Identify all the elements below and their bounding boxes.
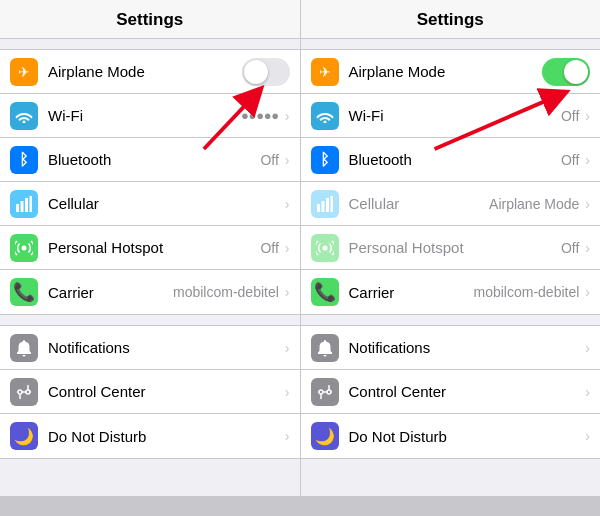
right-cellular-value: Airplane Mode bbox=[489, 196, 579, 212]
left-cellular-label: Cellular bbox=[48, 195, 283, 212]
right-wifi-chevron: › bbox=[585, 108, 590, 124]
right-donotdisturb-row[interactable]: 🌙 Do Not Disturb › bbox=[301, 414, 601, 458]
right-notifications-row[interactable]: Notifications › bbox=[301, 326, 601, 370]
bluetooth-icon-right: ᛒ bbox=[311, 146, 339, 174]
cellular-icon-left bbox=[10, 190, 38, 218]
right-settings-title: Settings bbox=[417, 10, 484, 29]
left-wifi-value: ●●●●● bbox=[241, 108, 279, 123]
right-carrier-label: Carrier bbox=[349, 284, 474, 301]
svg-rect-2 bbox=[25, 198, 28, 212]
svg-rect-0 bbox=[16, 204, 19, 212]
left-notifications-row[interactable]: Notifications › bbox=[0, 326, 300, 370]
left-donotdisturb-chevron: › bbox=[285, 428, 290, 444]
donotdisturb-icon-right: 🌙 bbox=[311, 422, 339, 450]
right-controlcenter-chevron: › bbox=[585, 384, 590, 400]
right-panel-header: Settings bbox=[301, 0, 601, 39]
airplane-toggle-left[interactable] bbox=[242, 58, 290, 86]
left-hotspot-value: Off bbox=[260, 240, 278, 256]
left-airplane-mode-row[interactable]: ✈ Airplane Mode bbox=[0, 50, 300, 94]
bottom-bar bbox=[0, 496, 600, 516]
left-donotdisturb-label: Do Not Disturb bbox=[48, 428, 283, 445]
right-carrier-row[interactable]: 📞 Carrier mobilcom-debitel › bbox=[301, 270, 601, 314]
svg-point-6 bbox=[26, 390, 30, 394]
left-carrier-row[interactable]: 📞 Carrier mobilcom-debitel › bbox=[0, 270, 300, 314]
left-bluetooth-value: Off bbox=[260, 152, 278, 168]
carrier-icon-left: 📞 bbox=[10, 278, 38, 306]
bluetooth-icon-left: ᛒ bbox=[10, 146, 38, 174]
right-hotspot-label: Personal Hotspot bbox=[349, 239, 561, 256]
airplane-mode-icon-left: ✈ bbox=[10, 58, 38, 86]
left-controlcenter-chevron: › bbox=[285, 384, 290, 400]
hotspot-icon-left bbox=[10, 234, 38, 262]
left-group2: Notifications › Control Center bbox=[0, 325, 300, 459]
donotdisturb-icon-left: 🌙 bbox=[10, 422, 38, 450]
left-settings-title: Settings bbox=[116, 10, 183, 29]
left-carrier-chevron: › bbox=[285, 284, 290, 300]
airplane-toggle-right[interactable] bbox=[542, 58, 590, 86]
right-wifi-label: Wi-Fi bbox=[349, 107, 561, 124]
controlcenter-icon-right bbox=[311, 378, 339, 406]
left-cellular-chevron: › bbox=[285, 196, 290, 212]
left-controlcenter-row[interactable]: Control Center › bbox=[0, 370, 300, 414]
svg-point-5 bbox=[18, 390, 22, 394]
right-carrier-value: mobilcom-debitel bbox=[474, 284, 580, 300]
svg-point-18 bbox=[327, 390, 331, 394]
right-notifications-label: Notifications bbox=[349, 339, 584, 356]
right-wifi-row[interactable]: Wi-Fi Off › bbox=[301, 94, 601, 138]
right-bluetooth-label: Bluetooth bbox=[349, 151, 561, 168]
left-wifi-label: Wi-Fi bbox=[48, 107, 241, 124]
right-panel: Settings ✈ Airplane Mode Wi-Fi Off bbox=[301, 0, 601, 496]
right-group1: ✈ Airplane Mode Wi-Fi Off › ᛒ bbox=[301, 49, 601, 315]
right-airplane-label: Airplane Mode bbox=[349, 63, 543, 80]
left-controlcenter-label: Control Center bbox=[48, 383, 283, 400]
left-bluetooth-chevron: › bbox=[285, 152, 290, 168]
left-notifications-label: Notifications bbox=[48, 339, 283, 356]
svg-rect-14 bbox=[326, 198, 329, 212]
hotspot-icon-right bbox=[311, 234, 339, 262]
left-donotdisturb-row[interactable]: 🌙 Do Not Disturb › bbox=[0, 414, 300, 458]
left-notifications-chevron: › bbox=[285, 340, 290, 356]
right-cellular-label: Cellular bbox=[349, 195, 490, 212]
right-wifi-value: Off bbox=[561, 108, 579, 124]
right-hotspot-row[interactable]: Personal Hotspot Off › bbox=[301, 226, 601, 270]
right-controlcenter-row[interactable]: Control Center › bbox=[301, 370, 601, 414]
carrier-icon-right: 📞 bbox=[311, 278, 339, 306]
svg-rect-3 bbox=[30, 196, 33, 212]
left-carrier-label: Carrier bbox=[48, 284, 173, 301]
right-bluetooth-value: Off bbox=[561, 152, 579, 168]
left-hotspot-row[interactable]: Personal Hotspot Off › bbox=[0, 226, 300, 270]
right-airplane-mode-row[interactable]: ✈ Airplane Mode bbox=[301, 50, 601, 94]
right-cellular-chevron: › bbox=[585, 196, 590, 212]
notifications-icon-right bbox=[311, 334, 339, 362]
right-donotdisturb-chevron: › bbox=[585, 428, 590, 444]
left-hotspot-chevron: › bbox=[285, 240, 290, 256]
right-donotdisturb-label: Do Not Disturb bbox=[349, 428, 584, 445]
left-panel-header: Settings bbox=[0, 0, 300, 39]
left-cellular-row[interactable]: Cellular › bbox=[0, 182, 300, 226]
right-notifications-chevron: › bbox=[585, 340, 590, 356]
left-bluetooth-row[interactable]: ᛒ Bluetooth Off › bbox=[0, 138, 300, 182]
left-wifi-row[interactable]: Wi-Fi ●●●●● › bbox=[0, 94, 300, 138]
airplane-mode-icon-right: ✈ bbox=[311, 58, 339, 86]
svg-rect-13 bbox=[321, 201, 324, 212]
right-hotspot-value: Off bbox=[561, 240, 579, 256]
svg-point-16 bbox=[322, 245, 327, 250]
wifi-icon-left bbox=[10, 102, 38, 130]
cellular-icon-right bbox=[311, 190, 339, 218]
right-hotspot-chevron: › bbox=[585, 240, 590, 256]
wifi-icon-right bbox=[311, 102, 339, 130]
svg-point-17 bbox=[319, 390, 323, 394]
left-airplane-label: Airplane Mode bbox=[48, 63, 242, 80]
right-cellular-row[interactable]: Cellular Airplane Mode › bbox=[301, 182, 601, 226]
left-carrier-value: mobilcom-debitel bbox=[173, 284, 279, 300]
controlcenter-icon-left bbox=[10, 378, 38, 406]
left-wifi-chevron: › bbox=[285, 108, 290, 124]
notifications-icon-left bbox=[10, 334, 38, 362]
right-bluetooth-chevron: › bbox=[585, 152, 590, 168]
svg-point-4 bbox=[22, 245, 27, 250]
svg-rect-1 bbox=[21, 201, 24, 212]
left-bluetooth-label: Bluetooth bbox=[48, 151, 260, 168]
svg-rect-15 bbox=[330, 196, 333, 212]
right-bluetooth-row[interactable]: ᛒ Bluetooth Off › bbox=[301, 138, 601, 182]
right-controlcenter-label: Control Center bbox=[349, 383, 584, 400]
